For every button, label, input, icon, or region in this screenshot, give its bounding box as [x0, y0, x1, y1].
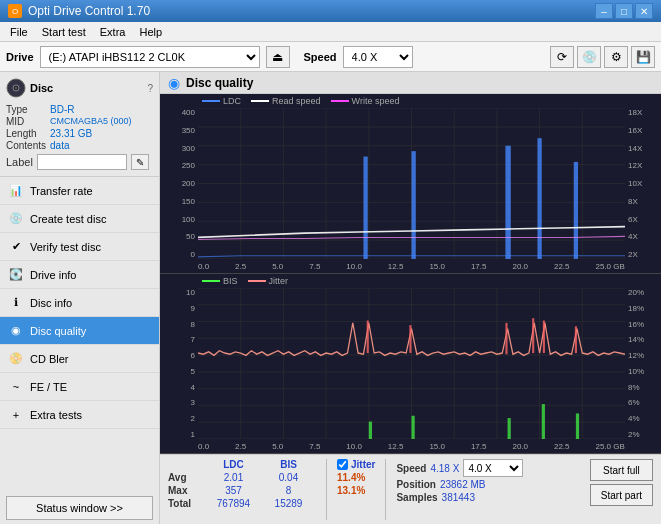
disc-info-icon: ℹ	[8, 295, 24, 311]
app-icon: O	[8, 4, 22, 18]
maximize-button[interactable]: □	[615, 3, 633, 19]
refresh-button[interactable]: ⟳	[550, 46, 574, 68]
nav-label: Disc info	[30, 297, 72, 309]
max-label: Max	[168, 485, 206, 496]
ldc-avg: 2.01	[206, 472, 261, 483]
sidebar-item-create-test-disc[interactable]: 💿 Create test disc	[0, 205, 159, 233]
chart1-y-right: 18X 16X 14X 12X 10X 8X 6X 4X 2X	[625, 108, 661, 259]
minimize-button[interactable]: –	[595, 3, 613, 19]
status-window-button[interactable]: Status window >>	[6, 496, 153, 520]
svg-rect-48	[412, 416, 415, 439]
jitter-avg-row: 11.4%	[337, 472, 375, 483]
window-controls: – □ ✕	[595, 3, 653, 19]
svg-rect-51	[576, 413, 579, 439]
chart1-x-labels: 0.0 2.5 5.0 7.5 10.0 12.5 15.0 17.5 20.0…	[198, 259, 625, 273]
svg-rect-52	[367, 321, 369, 354]
extra-tests-icon: +	[8, 407, 24, 423]
close-button[interactable]: ✕	[635, 3, 653, 19]
drive-toolbar-icons: ⟳ 💿 ⚙ 💾	[550, 46, 655, 68]
jitter-stats: Jitter 11.4% 13.1%	[337, 459, 375, 496]
speed-row: Speed 4.18 X 4.0 X	[396, 459, 523, 477]
speed-label: Speed	[304, 51, 337, 63]
start-part-button[interactable]: Start part	[590, 484, 653, 506]
chart1-svg	[198, 108, 625, 259]
svg-rect-53	[409, 325, 411, 353]
chart2-x-labels: 0.0 2.5 5.0 7.5 10.0 12.5 15.0 17.5 20.0…	[198, 439, 625, 453]
legend-read-label: Read speed	[272, 96, 321, 106]
legend-bis-line	[202, 280, 220, 282]
disc-button[interactable]: 💿	[577, 46, 601, 68]
stats-max-row: Max 357 8	[168, 485, 316, 496]
menu-help[interactable]: Help	[133, 24, 168, 40]
legend-jitter: Jitter	[248, 276, 289, 286]
menu-file[interactable]: File	[4, 24, 34, 40]
nav-label: Extra tests	[30, 409, 82, 421]
jitter-checkbox[interactable]	[337, 459, 348, 470]
speed-select[interactable]: 4.0 X	[343, 46, 413, 68]
create-test-icon: 💿	[8, 211, 24, 227]
samples-row: Samples 381443	[396, 492, 523, 503]
app-title: Opti Drive Control 1.70	[28, 4, 150, 18]
drive-eject-button[interactable]: ⏏	[266, 46, 290, 68]
disc-info-grid: Type BD-R MID CMCMAGBA5 (000) Length 23.…	[6, 104, 153, 151]
bis-total: 15289	[261, 498, 316, 509]
position-row: Position 23862 MB	[396, 479, 523, 490]
svg-rect-47	[369, 422, 372, 439]
speed-stat-select[interactable]: 4.0 X	[463, 459, 523, 477]
sidebar-item-drive-info[interactable]: 💽 Drive info	[0, 261, 159, 289]
svg-rect-50	[542, 404, 545, 439]
nav-label: Disc quality	[30, 325, 86, 337]
sidebar-item-disc-info[interactable]: ℹ Disc info	[0, 289, 159, 317]
start-full-button[interactable]: Start full	[590, 459, 653, 481]
menu-start-test[interactable]: Start test	[36, 24, 92, 40]
total-label: Total	[168, 498, 206, 509]
contents-label: Contents	[6, 140, 46, 151]
svg-rect-54	[505, 323, 507, 354]
sidebar-nav: 📊 Transfer rate 💿 Create test disc ✔ Ver…	[0, 177, 159, 492]
legend-read-line	[251, 100, 269, 102]
chart2-y-left: 10 9 8 7 6 5 4 3 2 1	[160, 288, 198, 439]
mid-label: MID	[6, 116, 46, 127]
disc-help-icon[interactable]: ?	[147, 83, 153, 94]
ldc-chart: LDC Read speed Write speed 400 350	[160, 94, 661, 274]
save-button[interactable]: 💾	[631, 46, 655, 68]
sidebar-item-extra-tests[interactable]: + Extra tests	[0, 401, 159, 429]
legend-write-line	[331, 100, 349, 102]
svg-rect-26	[574, 162, 578, 259]
sidebar-item-disc-quality[interactable]: ◉ Disc quality	[0, 317, 159, 345]
legend-read-speed: Read speed	[251, 96, 321, 106]
jitter-col-header: Jitter	[351, 459, 375, 470]
legend-bis-label: BIS	[223, 276, 238, 286]
svg-rect-22	[363, 157, 367, 259]
menu-extra[interactable]: Extra	[94, 24, 132, 40]
legend-ldc: LDC	[202, 96, 241, 106]
svg-point-2	[15, 87, 18, 90]
nav-label: Drive info	[30, 269, 76, 281]
ldc-bis-stats: LDC BIS Avg 2.01 0.04 Max 357 8 Total 76…	[168, 459, 316, 509]
mid-value: CMCMAGBA5 (000)	[50, 116, 153, 127]
avg-label: Avg	[168, 472, 206, 483]
chart1-y-left: 400 350 300 250 200 150 100 50 0	[160, 108, 198, 259]
bis-max: 8	[261, 485, 316, 496]
drive-bar: Drive (E:) ATAPI iHBS112 2 CL0K ⏏ Speed …	[0, 42, 661, 72]
label-input[interactable]	[37, 154, 127, 170]
legend-ldc-label: LDC	[223, 96, 241, 106]
label-row: Label ✎	[6, 154, 153, 170]
sidebar-item-cd-bler[interactable]: 📀 CD Bler	[0, 345, 159, 373]
legend-jitter-label: Jitter	[269, 276, 289, 286]
stats-col-headers: LDC BIS	[168, 459, 316, 470]
svg-rect-57	[575, 326, 577, 353]
sidebar-item-transfer-rate[interactable]: 📊 Transfer rate	[0, 177, 159, 205]
transfer-rate-icon: 📊	[8, 183, 24, 199]
drive-select[interactable]: (E:) ATAPI iHBS112 2 CL0K	[40, 46, 260, 68]
nav-label: CD Bler	[30, 353, 69, 365]
settings-button[interactable]: ⚙	[604, 46, 628, 68]
stats-avg-row: Avg 2.01 0.04	[168, 472, 316, 483]
legend-ldc-line	[202, 100, 220, 102]
svg-rect-56	[543, 321, 545, 354]
label-edit-button[interactable]: ✎	[131, 154, 149, 170]
sidebar-item-verify-test-disc[interactable]: ✔ Verify test disc	[0, 233, 159, 261]
stats-row-spacer	[168, 459, 206, 470]
sidebar-item-fe-te[interactable]: ~ FE / TE	[0, 373, 159, 401]
speed-stat-val: 4.18 X	[430, 463, 459, 474]
